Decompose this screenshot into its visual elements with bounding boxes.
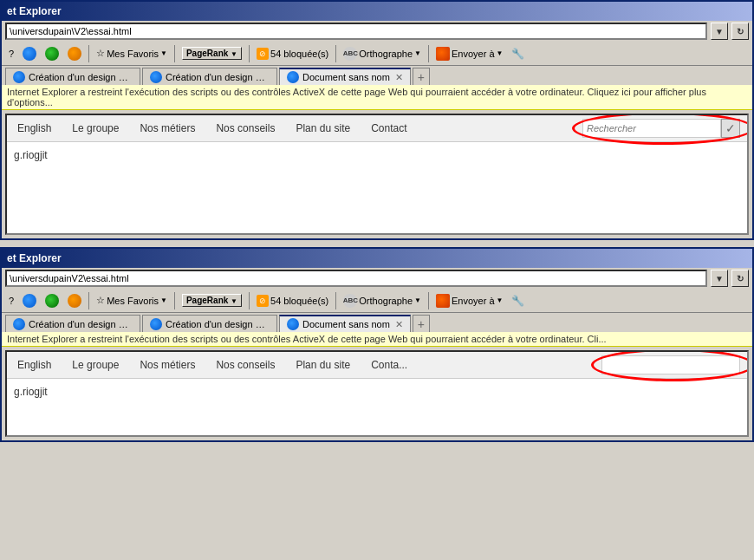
bottom-browser-window: et Explorer ▼ ↻ ? ☆ Mes Favoris ▼ PageRa… bbox=[0, 247, 754, 442]
blocked-icon-top: ⊘ bbox=[257, 48, 269, 60]
search-container-bottom bbox=[601, 355, 747, 374]
globe-icon-img-bottom bbox=[45, 294, 59, 308]
pagerank-button-top[interactable]: PageRank ▼ bbox=[182, 47, 242, 60]
tab-3-icon-bottom bbox=[287, 318, 299, 330]
security-bar-text-bottom: Internet Explorer a restreint l'exécutio… bbox=[7, 334, 607, 344]
tab-3-label-top: Document sans nom bbox=[302, 72, 390, 82]
ie-icon-bottom bbox=[19, 292, 40, 309]
star-icon-img-bottom bbox=[68, 294, 81, 308]
nav-item-metiers-top[interactable]: Nos métiers bbox=[129, 119, 205, 138]
nav-item-english-top[interactable]: English bbox=[7, 119, 62, 138]
nav-item-conseils-top[interactable]: Nos conseils bbox=[205, 119, 285, 138]
title-bar-label-bottom: et Explorer bbox=[7, 252, 62, 264]
tool-icon-top: 🔧 bbox=[508, 46, 528, 62]
abc-icon-bottom: ABC bbox=[343, 294, 357, 308]
envoyer-bottom[interactable]: Envoyer à ▼ bbox=[432, 292, 506, 309]
address-input-top[interactable] bbox=[5, 23, 707, 40]
nav-item-contact-top[interactable]: Contact bbox=[361, 119, 417, 138]
address-go-button-bottom[interactable]: ▼ bbox=[711, 270, 728, 287]
page-content-bottom: g.riogjit bbox=[7, 379, 747, 405]
tab-1-bottom[interactable]: Création d'un design étape p... bbox=[5, 315, 140, 332]
address-input-bottom[interactable] bbox=[5, 270, 707, 287]
separator-1-top bbox=[88, 45, 89, 62]
nav-bar-bottom: English Le groupe Nos métiers Nos consei… bbox=[7, 352, 747, 379]
title-bar-label-top: et Explorer bbox=[7, 5, 62, 17]
search-button-top[interactable]: ✓ bbox=[721, 119, 740, 138]
mes-favoris-bottom[interactable]: ☆ Mes Favoris ▼ bbox=[93, 293, 171, 308]
question-mark-top: ? bbox=[5, 47, 17, 61]
orthographe-top[interactable]: ABC Orthographe ▼ bbox=[340, 45, 425, 62]
tab-1-top[interactable]: Création d'un design étape p... bbox=[5, 68, 140, 85]
tab-1-label-top: Création d'un design étape p... bbox=[29, 72, 133, 82]
globe-icon-bottom bbox=[42, 292, 62, 309]
address-bar-top: ▼ ↻ bbox=[2, 21, 752, 42]
envoyer-top[interactable]: Envoyer à ▼ bbox=[432, 45, 506, 62]
refresh-button-top[interactable]: ↻ bbox=[731, 23, 749, 40]
pagerank-bottom[interactable]: PageRank ▼ bbox=[179, 292, 245, 309]
tab-3-top[interactable]: Document sans nom ✕ bbox=[279, 68, 411, 85]
new-tab-button-bottom[interactable]: + bbox=[413, 315, 430, 332]
new-tab-button-top[interactable]: + bbox=[413, 68, 430, 85]
tab-3-bottom[interactable]: Document sans nom ✕ bbox=[279, 315, 411, 332]
security-bar-bottom[interactable]: Internet Explorer a restreint l'exécutio… bbox=[2, 332, 752, 347]
ie-icon-top bbox=[19, 45, 40, 62]
globe-icon-top bbox=[42, 45, 62, 62]
tab-1-icon-bottom bbox=[13, 318, 25, 330]
nav-item-contact-bottom[interactable]: Conta... bbox=[361, 355, 418, 374]
address-bar-bottom: ▼ ↻ bbox=[2, 268, 752, 289]
toolbar-top: ? ☆ Mes Favoris ▼ PageRank ▼ ⊘ 54 bloqué… bbox=[2, 42, 752, 66]
page-text-top: g.riogjit bbox=[14, 149, 48, 161]
globe-icon-img-top bbox=[45, 47, 59, 61]
ie-icon-img-bottom bbox=[23, 294, 36, 308]
tool-icon-img-top: 🔧 bbox=[511, 48, 524, 60]
tab-2-icon-bottom bbox=[150, 318, 162, 330]
question-mark-bottom: ? bbox=[5, 294, 17, 308]
pagerank-top[interactable]: PageRank ▼ bbox=[179, 45, 245, 62]
separator-3-top bbox=[249, 45, 250, 62]
nav-item-plan-bottom[interactable]: Plan du site bbox=[285, 355, 361, 374]
nav-item-groupe-bottom[interactable]: Le groupe bbox=[62, 355, 129, 374]
tab-3-close-bottom[interactable]: ✕ bbox=[395, 319, 403, 330]
tool-icon-bottom: 🔧 bbox=[508, 293, 528, 309]
nav-item-conseils-bottom[interactable]: Nos conseils bbox=[205, 355, 285, 374]
abc-icon-top: ABC bbox=[343, 47, 357, 61]
tool-icon-img-bottom: 🔧 bbox=[511, 295, 524, 307]
tab-3-icon-top bbox=[287, 71, 299, 83]
blocked-bottom[interactable]: ⊘ 54 bloquée(s) bbox=[253, 293, 332, 309]
nav-bar-top: English Le groupe Nos métiers Nos consei… bbox=[7, 115, 747, 142]
tab-2-label-top: Création d'un design étape p... bbox=[166, 72, 270, 82]
separator-4-bottom bbox=[335, 292, 336, 309]
security-bar-top[interactable]: Internet Explorer a restreint l'exécutio… bbox=[2, 85, 752, 110]
tab-2-bottom[interactable]: Création d'un design étape p... bbox=[142, 315, 277, 332]
separator-3-bottom bbox=[249, 292, 250, 309]
top-browser-window: et Explorer ▼ ↻ ? ☆ Mes Favoris ▼ PageRa… bbox=[0, 0, 754, 240]
separator-2-top bbox=[174, 45, 175, 62]
envoyer-icon-top bbox=[436, 47, 450, 61]
search-input-top[interactable] bbox=[582, 119, 721, 138]
blocked-icon-bottom: ⊘ bbox=[257, 295, 269, 307]
nav-item-metiers-bottom[interactable]: Nos métiers bbox=[129, 355, 205, 374]
star-icon-top bbox=[64, 45, 85, 62]
separator-4-top bbox=[335, 45, 336, 62]
address-go-button-top[interactable]: ▼ bbox=[711, 23, 728, 40]
title-bar-top: et Explorer bbox=[2, 2, 752, 21]
nav-item-plan-top[interactable]: Plan du site bbox=[285, 119, 361, 138]
refresh-button-bottom[interactable]: ↻ bbox=[731, 270, 749, 287]
pagerank-button-bottom[interactable]: PageRank ▼ bbox=[182, 294, 242, 307]
tab-3-close-top[interactable]: ✕ bbox=[395, 72, 403, 83]
title-bar-bottom: et Explorer bbox=[2, 249, 752, 268]
webpage-area-bottom: English Le groupe Nos métiers Nos consei… bbox=[5, 350, 749, 437]
nav-item-groupe-top[interactable]: Le groupe bbox=[62, 119, 129, 138]
orthographe-bottom[interactable]: ABC Orthographe ▼ bbox=[340, 292, 425, 309]
mes-favoris-top[interactable]: ☆ Mes Favoris ▼ bbox=[93, 46, 171, 61]
tab-2-top[interactable]: Création d'un design étape p... bbox=[142, 68, 277, 85]
separator-1-bottom bbox=[88, 292, 89, 309]
search-input-bottom[interactable] bbox=[601, 355, 740, 374]
ie-icon-img-top bbox=[23, 47, 36, 61]
page-text-bottom: g.riogjit bbox=[14, 386, 48, 398]
tab-2-label-bottom: Création d'un design étape p... bbox=[166, 319, 270, 329]
blocked-top[interactable]: ⊘ 54 bloquée(s) bbox=[253, 46, 332, 62]
nav-item-english-bottom[interactable]: English bbox=[7, 355, 62, 374]
separator-5-top bbox=[428, 45, 429, 62]
star-icon-bottom bbox=[64, 292, 85, 309]
